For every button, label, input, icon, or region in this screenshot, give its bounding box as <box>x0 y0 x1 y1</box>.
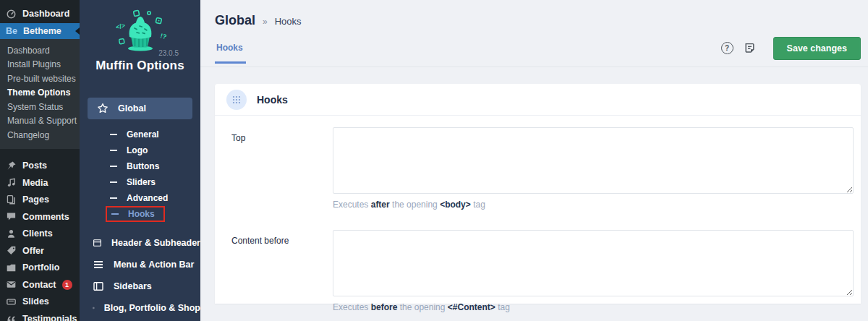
field-control: Executes before the opening <#Content> t… <box>333 230 854 312</box>
menu-item-label: Global <box>118 103 146 114</box>
dashboard-icon <box>6 9 17 20</box>
dash-icon <box>110 134 117 135</box>
dash-icon <box>110 166 117 167</box>
submenu-item-advanced[interactable]: Advanced <box>80 190 200 206</box>
tab-hooks[interactable]: Hooks <box>215 43 246 63</box>
sidebar-item-offer[interactable]: Offer <box>0 242 80 260</box>
panel-title: Hooks <box>257 94 288 106</box>
sidebar-item-pages[interactable]: Pages <box>0 192 80 209</box>
menu-item-global[interactable]: Global <box>88 98 192 119</box>
header-layout-icon <box>93 237 102 249</box>
sidebar-item-label: Media <box>22 178 48 188</box>
portfolio-icon <box>6 262 17 273</box>
app-window: Dashboard Be Betheme Dashboard Install P… <box>0 0 868 321</box>
toolbar-actions: ? Save changes <box>721 37 861 69</box>
global-sublist: General Logo Buttons Sliders Advanced <box>80 127 200 222</box>
field-control: Executes after the opening <body> tag <box>333 127 854 210</box>
submenu-item-logo[interactable]: Logo <box>80 142 200 158</box>
hamburger-icon <box>93 259 104 270</box>
dash-icon <box>111 213 119 215</box>
sidebar-item-testimonials[interactable]: Testimonials <box>0 310 80 321</box>
pages-icon <box>6 194 17 205</box>
panel-header: Hooks <box>215 84 861 116</box>
muffin-sections: Header & Subheader Menu & Action Bar Sid… <box>80 232 200 319</box>
menu-item-sidebars[interactable]: Sidebars <box>80 275 200 297</box>
wp-admin-sidebar: Dashboard Be Betheme Dashboard Install P… <box>0 0 80 321</box>
muffin-options-sidebar: </> !? 23.0.5 Muffin Options Global Gene… <box>80 0 200 321</box>
submenu-item-buttons[interactable]: Buttons <box>80 158 200 174</box>
sidebar-item-portfolio[interactable]: Portfolio <box>0 260 80 277</box>
sidebar-item-clients[interactable]: Clients <box>0 226 80 243</box>
comment-icon <box>6 211 17 222</box>
submenu-item-theme-options[interactable]: Theme Options <box>0 86 80 100</box>
field-row-content-before: Content before Executes before the openi… <box>215 230 861 312</box>
content-before-hook-textarea[interactable] <box>333 230 854 296</box>
main-content: Global » Hooks Hooks ? Save changes Hook… <box>200 0 868 321</box>
svg-text:</>: </> <box>115 22 126 31</box>
sidebar-item-label: Contact <box>22 280 56 290</box>
sidebar-item-dashboard[interactable]: Dashboard <box>0 4 80 23</box>
sidebar-item-label: Clients <box>22 228 53 239</box>
muffin-menu: Global General Logo Buttons Sliders <box>80 98 200 319</box>
dash-icon <box>110 197 117 199</box>
breadcrumb-parent: Global <box>215 13 255 28</box>
field-description: Executes after the opening <body> tag <box>333 200 854 210</box>
field-description: Executes before the opening <#Content> t… <box>333 302 854 312</box>
star-icon <box>97 103 109 114</box>
breadcrumb: Global » Hooks <box>200 0 868 28</box>
submenu-item-prebuilt-websites[interactable]: Pre-built websites <box>0 72 80 86</box>
breadcrumb-separator: » <box>263 17 268 27</box>
menu-item-label: Sidebars <box>114 281 152 291</box>
submenu-item-sliders[interactable]: Sliders <box>80 174 200 190</box>
svg-text:!?: !? <box>159 32 167 40</box>
menu-item-header-subheader[interactable]: Header & Subheader <box>80 232 200 254</box>
pin-icon <box>6 160 17 171</box>
tag-icon <box>6 245 17 256</box>
menu-item-blog-portfolio-shop[interactable]: Blog, Portfolio & Shop <box>80 297 200 319</box>
field-row-top: Top Executes after the opening <body> ta… <box>215 127 861 210</box>
drag-handle-icon[interactable] <box>226 90 247 110</box>
sidebar-item-label: Slides <box>22 296 49 307</box>
sidebar-item-label: Dashboard <box>22 9 69 19</box>
contact-count-badge: 1 <box>62 280 72 290</box>
menu-item-menu-action-bar[interactable]: Menu & Action Bar <box>80 254 200 275</box>
sidebar-item-media[interactable]: Media <box>0 174 80 192</box>
field-label: Content before <box>231 230 333 312</box>
submenu-item-system-status[interactable]: System Status <box>0 100 80 114</box>
save-changes-button[interactable]: Save changes <box>773 37 861 60</box>
top-hook-textarea[interactable] <box>333 127 854 194</box>
sidebar-item-label: Comments <box>22 212 69 222</box>
sidebar-item-contact[interactable]: Contact 1 <box>0 276 80 294</box>
person-icon <box>6 228 17 239</box>
betheme-logo: Be <box>6 26 17 36</box>
submenu-item-label: General <box>127 129 159 140</box>
sidebar-item-label: Offer <box>22 246 44 256</box>
sidebar-item-comments[interactable]: Comments <box>0 208 80 226</box>
submenu-item-manual-support[interactable]: Manual & Support <box>0 114 80 129</box>
breadcrumb-current: Hooks <box>275 16 302 27</box>
hooks-panel: Hooks Top Executes after the opening <bo… <box>215 84 861 304</box>
sidebar-item-posts[interactable]: Posts <box>0 158 80 175</box>
submenu-item-install-plugins[interactable]: Install Plugins <box>0 58 80 72</box>
sidebar-item-label: Posts <box>22 160 47 171</box>
submenu-item-label: Hooks <box>128 209 155 219</box>
submenu-item-hooks[interactable]: Hooks <box>106 206 165 222</box>
media-icon <box>6 177 17 188</box>
tab-bar: Hooks ? Save changes <box>200 38 868 67</box>
dash-icon <box>110 181 117 183</box>
menu-item-label: Header & Subheader <box>111 238 200 248</box>
sidebar-layout-icon <box>93 281 104 292</box>
sidebar-item-label: Betheme <box>23 26 61 36</box>
slides-icon <box>6 296 17 307</box>
sidebar-item-betheme[interactable]: Be Betheme <box>0 23 80 39</box>
sidebar-item-slides[interactable]: Slides <box>0 294 80 311</box>
betheme-submenu: Dashboard Install Plugins Pre-built webs… <box>0 39 80 149</box>
wp-main-menu: Posts Media Pages Comments Clients Offer <box>0 158 80 321</box>
field-label: Top <box>231 127 333 210</box>
submenu-item-dashboard[interactable]: Dashboard <box>0 43 80 58</box>
notes-icon[interactable] <box>744 42 756 54</box>
submenu-item-changelog[interactable]: Changelog <box>0 128 80 142</box>
submenu-item-general[interactable]: General <box>80 127 200 142</box>
submenu-item-label: Sliders <box>127 177 156 187</box>
help-icon[interactable]: ? <box>721 42 733 54</box>
